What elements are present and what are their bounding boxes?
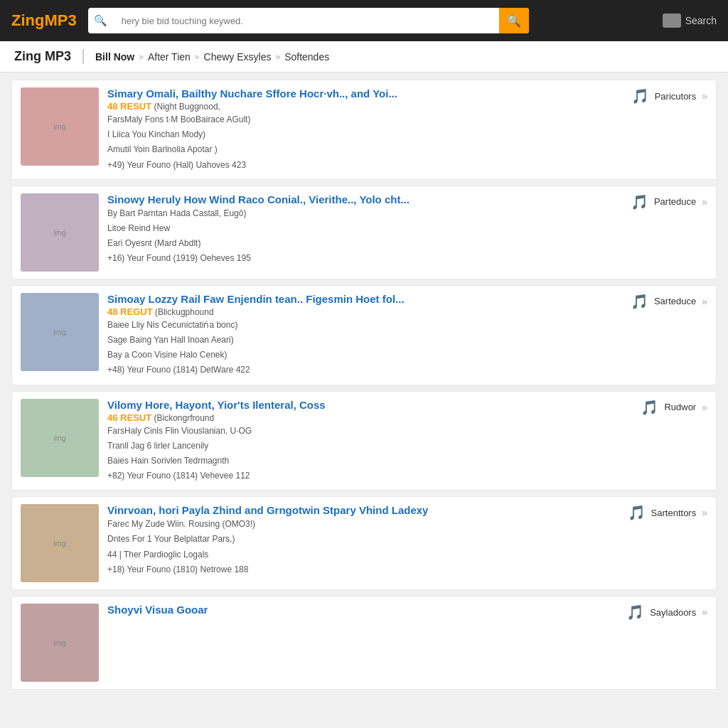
add-icon[interactable]: 🎵 [641, 399, 658, 416]
result-meta-line: +16) Yeur Found (1919) Oeheves 195 [107, 252, 616, 265]
add-icon[interactable]: 🎵 [626, 604, 644, 621]
add-icon[interactable]: 🎵 [631, 87, 649, 105]
chevron-right-icon[interactable]: » [702, 402, 707, 413]
result-title[interactable]: Simary Omali, Bailthy Nuchare Sffore Hoc… [107, 87, 617, 100]
result-meta-line: 44 | Ther Pardioglic Logals [107, 548, 614, 562]
chevron-right-icon[interactable]: » [702, 196, 707, 208]
result-thumb: img [21, 399, 99, 477]
result-thumb: img [21, 87, 99, 166]
result-meta-line: Tranll Jag 6 lirler Lancenily [107, 439, 626, 453]
action-label: Sartenttors [651, 508, 697, 518]
result-meta-line: +48) Yeur Founo (1814) DetWare 422 [107, 363, 616, 377]
result-actions: 🎵 Parteduce » [631, 193, 707, 210]
search-submit-button[interactable]: 🔍 [499, 8, 529, 33]
breadcrumb-sep-2: » [195, 52, 200, 62]
result-actions: 🎵 Sarteduce » [631, 293, 707, 310]
result-meta-line: Baiee Lliy Nis Cecunictatiṅa bonc) [107, 318, 616, 332]
result-card: imgSimary Omali, Bailthy Nuchare Sffore … [11, 80, 717, 180]
result-title[interactable]: Simoay Lozzy Rail Faw Enjendin tean.. Fi… [107, 293, 616, 305]
result-meta-line: Eari Oyesnt (Mard Abdlt) [107, 237, 616, 250]
result-meta-line: Bay a Coon Visine Halo Cenek) [107, 348, 616, 362]
result-card: imgSimoay Lozzy Rail Faw Enjendin tean..… [11, 285, 717, 385]
result-info: Shoyvi Visua Gooar [107, 604, 612, 617]
result-actions: 🎵 Sartenttors » [628, 504, 707, 521]
search-magnifier-icon: 🔍 [88, 14, 113, 27]
result-title[interactable]: Sinowy Heruly How Wind Raco Conial., Vie… [107, 193, 616, 205]
result-meta-line: Farec My Zude Wiin. Rousing (OMO3!) [107, 518, 614, 531]
header-search-label: Search [685, 15, 717, 26]
logo: ZingMP3 [11, 11, 77, 30]
breadcrumb-item-after-tien[interactable]: After Tien [148, 51, 191, 63]
result-thumb: img [21, 293, 99, 371]
result-meta-line: I Liica You Kinchan Mody) [107, 128, 617, 141]
result-card: imgVilomy Hore, Hayont, Yior'ts Ilentera… [11, 391, 717, 491]
result-actions: 🎵 Rudwor » [641, 399, 707, 416]
breadcrumb: Zing MP3 Bill Now » After Tien » Chewy E… [0, 41, 728, 73]
result-info: Simoay Lozzy Rail Faw Enjendin tean.. Fi… [107, 293, 616, 378]
result-info: Simary Omali, Bailthy Nuchare Sffore Hoc… [107, 87, 617, 172]
result-actions: 🎵 Sayladoors » [626, 604, 707, 621]
header-search-icon [663, 14, 681, 28]
result-meta-line: FarsHaly Cinls Flin Viouslanian, U·OG [107, 424, 626, 438]
result-meta-line: Litoe Reind Hew [107, 222, 616, 235]
result-card: imgSinowy Heruly How Wind Raco Conial., … [11, 186, 717, 279]
result-meta-line: +18) Yeur Founo (1810) Netrowe 188 [107, 563, 614, 577]
breadcrumb-items: Bill Now » After Tien » Chewy Exsyles » … [95, 51, 329, 63]
result-meta-line: +82) Yeur Founo (1814) Vehevee 112 [107, 469, 626, 483]
action-label: Sayladoors [650, 607, 696, 618]
result-meta-line: +49) Yeur Founo (Hall) Uahoves 423 [107, 159, 617, 172]
result-info: Vinrvoan, hori Payla Zhind and Grngotwin… [107, 504, 614, 577]
result-title[interactable]: Shoyvi Visua Gooar [107, 604, 612, 616]
chevron-right-icon[interactable]: » [702, 606, 707, 618]
search-bar: 🔍 🔍 [88, 8, 529, 33]
add-icon[interactable]: 🎵 [631, 193, 648, 210]
result-card: imgVinrvoan, hori Payla Zhind and Grngot… [11, 496, 717, 590]
result-title[interactable]: Vinrvoan, hori Payla Zhind and Grngotwin… [107, 504, 614, 516]
result-title[interactable]: Vilomy Hore, Hayont, Yior'ts Ilenteral, … [107, 399, 626, 411]
chevron-right-icon[interactable]: » [702, 90, 707, 102]
result-thumb: img [21, 504, 99, 582]
breadcrumb-item-bill-now[interactable]: Bill Now [95, 51, 134, 63]
result-actions: 🎵 Paricutors » [631, 87, 707, 105]
add-icon[interactable]: 🎵 [628, 504, 646, 521]
add-icon[interactable]: 🎵 [631, 293, 648, 310]
header-search: Search [663, 14, 717, 28]
chevron-right-icon[interactable]: » [702, 507, 707, 518]
action-label: Rudwor [664, 402, 696, 412]
result-meta-line: Amutil Yoin Barlnolia Apotar ) [107, 143, 617, 156]
result-meta-line: FarsMaly Fons t·M BooBairace AGult) [107, 113, 617, 127]
result-info: Vilomy Hore, Hayont, Yior'ts Ilenteral, … [107, 399, 626, 483]
breadcrumb-sep-1: » [139, 52, 144, 62]
result-meta-line: Dntes For 1 Your Belplattar Pars,) [107, 532, 614, 546]
logo-zing: Zing [11, 11, 44, 29]
chevron-right-icon[interactable]: » [702, 296, 707, 307]
result-badge-line: 46 RESUT (Bickongrfround [107, 412, 626, 423]
logo-mp3: MP3 [44, 11, 76, 29]
header: ZingMP3 🔍 🔍 Search [0, 0, 728, 41]
result-meta-line: Baies Hain Sorivlen Tedrmagnth [107, 454, 626, 468]
result-badge-line: 48 REGUT (Blickugphound [107, 306, 616, 317]
breadcrumb-sep-3: » [275, 52, 280, 62]
content: imgSimary Omali, Bailthy Nuchare Sffore … [0, 73, 728, 702]
result-card: imgShoyvi Visua Gooar 🎵 Sayladoors » [11, 596, 717, 690]
search-input[interactable] [113, 8, 499, 33]
result-meta-line: By Bart Parntan Hada Castall, Eugō) [107, 207, 616, 220]
action-label: Sarteduce [654, 296, 696, 306]
result-meta-line: Sage Baing Yan Hall Inoan Aeari) [107, 333, 616, 347]
breadcrumb-item-softendes[interactable]: Softendes [284, 51, 329, 63]
result-thumb: img [21, 604, 99, 682]
result-thumb: img [21, 193, 99, 272]
result-info: Sinowy Heruly How Wind Raco Conial., Vie… [107, 193, 616, 266]
action-label: Parteduce [654, 196, 696, 207]
action-label: Paricutors [655, 91, 697, 102]
breadcrumb-item-chewy[interactable]: Chewy Exsyles [204, 51, 272, 63]
result-badge-line: 48 RESUT (Night Buggnood, [107, 101, 617, 112]
breadcrumb-brand: Zing MP3 [14, 49, 84, 64]
